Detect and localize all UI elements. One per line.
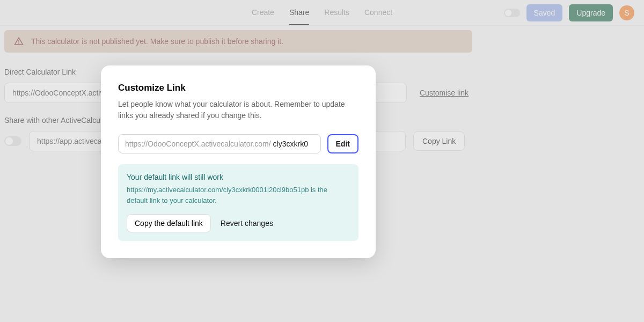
info-actions: Copy the default link Revert changes bbox=[127, 214, 350, 232]
modal-description: Let people know what your calculator is … bbox=[118, 99, 358, 121]
edit-button[interactable]: Edit bbox=[327, 134, 358, 153]
revert-changes-button[interactable]: Revert changes bbox=[221, 219, 273, 228]
slug-prefix: https://OdooConceptX.activecalculator.co… bbox=[125, 140, 271, 148]
info-title: Your default link will still work bbox=[127, 173, 350, 181]
slug-value: cly3cxkrk0 bbox=[273, 140, 308, 148]
slug-input[interactable]: https://OdooConceptX.activecalculator.co… bbox=[118, 134, 321, 153]
info-text: https://my.activecalculator.com/cly3cxkr… bbox=[127, 185, 350, 206]
slug-row: https://OdooConceptX.activecalculator.co… bbox=[118, 134, 358, 153]
modal-title: Customize Link bbox=[118, 83, 358, 93]
copy-default-link-button[interactable]: Copy the default link bbox=[127, 214, 211, 232]
default-link-info: Your default link will still work https:… bbox=[118, 164, 358, 241]
customize-link-modal: Customize Link Let people know what your… bbox=[101, 65, 376, 258]
